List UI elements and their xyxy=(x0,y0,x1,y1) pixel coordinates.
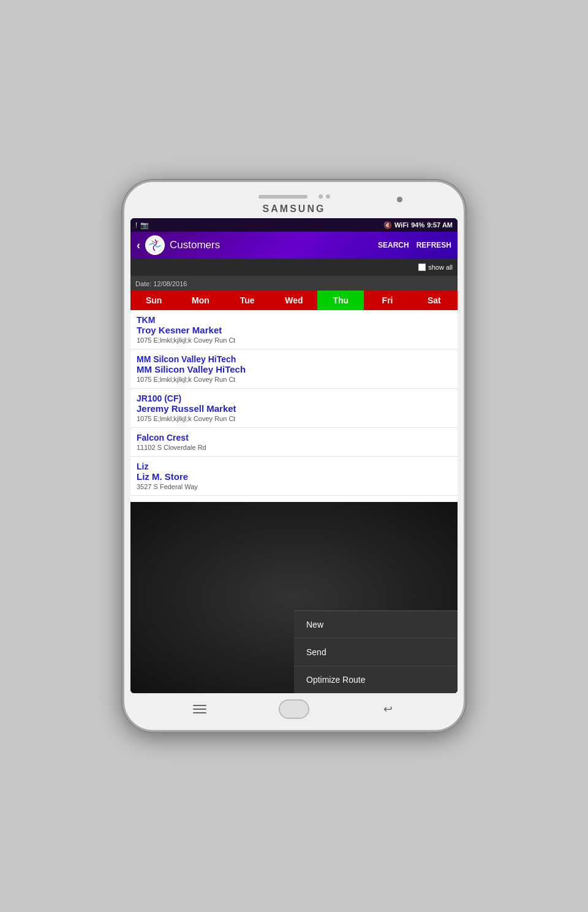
status-left-icons: ! 📷 xyxy=(135,221,149,229)
menu-icon xyxy=(193,705,206,713)
customer-name-liz: Liz M. Store xyxy=(137,471,451,482)
day-tue[interactable]: Tue xyxy=(224,291,271,310)
device-bottom: ↩ xyxy=(130,693,458,721)
day-thu[interactable]: Thu xyxy=(317,291,364,310)
customer-code-liz: Liz xyxy=(137,462,451,471)
customer-code-jr100: JR100 (CF) xyxy=(137,393,451,403)
search-button[interactable]: SEARCH xyxy=(378,241,409,249)
day-selector: Sun Mon Tue Wed Thu Fri Sat xyxy=(130,291,458,310)
show-all-container: show all xyxy=(418,264,453,271)
status-bar: ! 📷 🔇 WiFi 94% 9:57 AM xyxy=(130,218,458,232)
customer-name-jr100: Jeremy Russell Market xyxy=(137,403,451,414)
front-dot-2 xyxy=(326,194,330,199)
status-right-icons: 🔇 WiFi 94% 9:57 AM xyxy=(383,221,453,229)
front-dots xyxy=(318,194,330,199)
context-menu-send[interactable]: Send xyxy=(294,639,458,666)
customer-name-tkm: Troy Kesner Market xyxy=(137,325,451,335)
day-mon[interactable]: Mon xyxy=(177,291,224,310)
customer-item-mm[interactable]: MM Silcon Valley HiTech MM Silicon Valle… xyxy=(130,349,458,389)
app-logo xyxy=(145,235,165,255)
front-dot-1 xyxy=(318,194,323,199)
show-all-label: show all xyxy=(428,264,453,271)
wifi-icon: WiFi xyxy=(394,221,409,229)
show-all-checkbox[interactable] xyxy=(418,264,426,271)
context-menu-optimize[interactable]: Optimize Route xyxy=(294,666,458,693)
customer-item-liz[interactable]: Liz Liz M. Store 3527 S Federal Way xyxy=(130,457,458,496)
toolbar: show all xyxy=(130,259,458,276)
customer-address-tkm: 1075 E;lmkl;kjlkjl;k Covey Run Ct xyxy=(137,336,451,344)
customer-code-falcon: Falcon Crest xyxy=(137,433,451,443)
customer-name-mm: MM Silicon Valley HiTech xyxy=(137,364,451,374)
day-sun[interactable]: Sun xyxy=(130,291,177,310)
header-actions: SEARCH REFRESH xyxy=(378,241,451,249)
speaker-grille xyxy=(258,195,307,199)
front-camera xyxy=(397,197,402,202)
customer-address-jr100: 1075 E;lmkl;kjlkjl;k Covey Run Ct xyxy=(137,415,451,422)
customer-address-mm: 1075 E;lmkl;kjlkjl;k Covey Run Ct xyxy=(137,376,451,383)
screen: ! 📷 🔇 WiFi 94% 9:57 AM ‹ Customer xyxy=(130,218,458,693)
customer-code-mm: MM Silcon Valley HiTech xyxy=(137,354,451,364)
camera-icon: 📷 xyxy=(140,221,149,229)
date-bar: Date: 12/08/2016 xyxy=(130,276,458,291)
notification-icon: ! xyxy=(135,221,137,229)
day-wed[interactable]: Wed xyxy=(271,291,317,310)
day-fri[interactable]: Fri xyxy=(364,291,410,310)
battery-indicator: 94% xyxy=(411,221,424,229)
customer-code-tkm: TKM xyxy=(137,315,451,325)
context-menu-new[interactable]: New xyxy=(294,611,458,639)
menu-button[interactable] xyxy=(189,701,211,717)
refresh-button[interactable]: REFRESH xyxy=(417,241,451,249)
mute-icon: 🔇 xyxy=(383,221,392,229)
back-button[interactable]: ‹ xyxy=(137,239,140,252)
customer-item-falcon[interactable]: Falcon Crest 11102 S Cloverdale Rd xyxy=(130,428,458,457)
back-nav-button[interactable]: ↩ xyxy=(377,701,399,717)
customer-address-liz: 3527 S Federal Way xyxy=(137,483,451,490)
device-top xyxy=(130,191,458,203)
device-frame: SAMSUNG ! 📷 🔇 WiFi 94% 9:57 AM ‹ xyxy=(123,180,466,732)
app-title: Customers xyxy=(170,239,373,251)
date-label: Date: 12/08/2016 xyxy=(135,280,187,287)
app-header: ‹ Customers SEARCH REFRESH xyxy=(130,232,458,259)
customer-item-jr100[interactable]: JR100 (CF) Jeremy Russell Market 1075 E;… xyxy=(130,389,458,428)
customer-item-tkm[interactable]: TKM Troy Kesner Market 1075 E;lmkl;kjlkj… xyxy=(130,310,458,349)
day-sat[interactable]: Sat xyxy=(411,291,458,310)
customer-list: TKM Troy Kesner Market 1075 E;lmkl;kjlkj… xyxy=(130,310,458,502)
customer-address-falcon: 11102 S Cloverdale Rd xyxy=(137,444,451,451)
back-nav-icon: ↩ xyxy=(383,702,393,716)
dark-overlay: New Send Optimize Route xyxy=(130,502,458,694)
home-button[interactable] xyxy=(279,699,309,719)
context-menu: New Send Optimize Route xyxy=(294,610,458,693)
clock: 9:57 AM xyxy=(427,221,453,229)
brand-label: SAMSUNG xyxy=(263,203,326,215)
